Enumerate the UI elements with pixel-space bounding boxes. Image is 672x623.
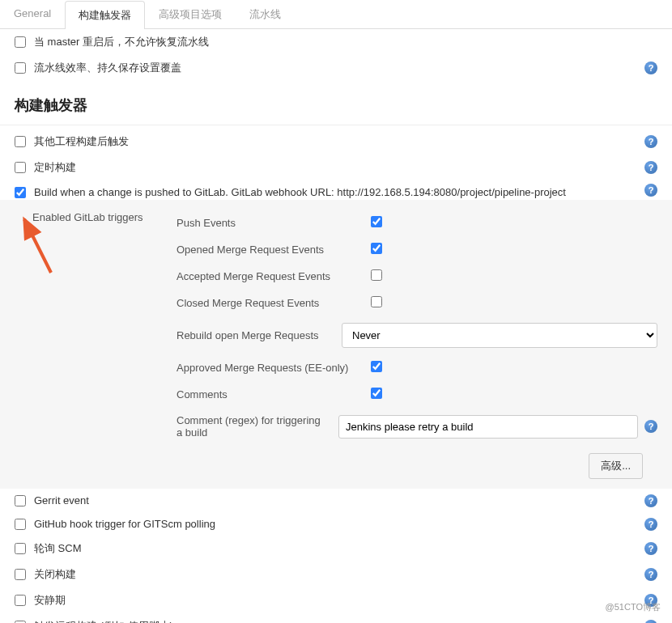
option-row: 轮询 SCM ? xyxy=(0,536,672,562)
help-icon[interactable]: ? xyxy=(644,61,657,74)
comments-checkbox[interactable] xyxy=(371,388,382,399)
github-hook-checkbox[interactable] xyxy=(15,519,26,530)
help-icon[interactable]: ? xyxy=(644,135,657,148)
tab-general[interactable]: General xyxy=(0,0,65,28)
gitlab-panel: Enabled GitLab triggers Push Events Open… xyxy=(0,200,672,489)
poll-scm-checkbox[interactable] xyxy=(15,543,26,554)
watermark: @51CTO博客 xyxy=(606,601,661,613)
svg-line-1 xyxy=(24,219,51,273)
gerrit-label: Gerrit event xyxy=(34,494,89,506)
help-icon[interactable]: ? xyxy=(644,542,657,555)
option-row: 安静期 ? xyxy=(0,587,672,613)
tab-advanced-options[interactable]: 高级项目选项 xyxy=(145,0,236,28)
gitlab-checkbox[interactable] xyxy=(15,187,26,198)
comment-regex-input[interactable] xyxy=(338,415,638,439)
gitlab-trigger-row: Build when a change is pushed to GitLab.… xyxy=(0,180,672,200)
durability-checkbox[interactable] xyxy=(15,62,26,74)
quiet-period-label: 安静期 xyxy=(34,593,66,608)
comments-label: Comments xyxy=(177,388,355,400)
push-events-checkbox[interactable] xyxy=(371,216,382,227)
trigger-grid: Push Events Opened Merge Request Events … xyxy=(177,210,657,445)
option-row: 流水线效率、持久保存设置覆盖 ? xyxy=(0,55,672,81)
opened-mr-label: Opened Merge Request Events xyxy=(177,244,355,256)
option-row: 其他工程构建后触发 ? xyxy=(0,129,672,155)
option-row: GitHub hook trigger for GITScm polling ? xyxy=(0,512,672,536)
opened-mr-checkbox[interactable] xyxy=(371,243,382,254)
upstream-checkbox[interactable] xyxy=(15,136,26,147)
gerrit-checkbox[interactable] xyxy=(15,495,26,506)
comment-regex-label: Comment (regex) for triggering a build xyxy=(177,414,322,439)
upstream-label: 其他工程构建后触发 xyxy=(34,134,129,149)
help-icon[interactable]: ? xyxy=(644,518,657,531)
push-events-label: Push Events xyxy=(177,217,355,229)
help-icon[interactable]: ? xyxy=(644,420,657,433)
tab-pipeline[interactable]: 流水线 xyxy=(236,0,295,28)
option-row: 关闭构建 ? xyxy=(0,562,672,587)
help-icon[interactable]: ? xyxy=(644,184,657,197)
poll-scm-label: 轮询 SCM xyxy=(34,541,82,556)
disable-build-checkbox[interactable] xyxy=(15,569,26,580)
option-row: Gerrit event ? xyxy=(0,489,672,512)
approved-mr-label: Approved Merge Requests (EE-only) xyxy=(177,362,355,374)
enabled-triggers-label: Enabled GitLab triggers xyxy=(32,211,143,223)
rebuild-mr-select[interactable]: Never xyxy=(342,323,657,348)
durability-label: 流水线效率、持久保存设置覆盖 xyxy=(34,61,181,75)
section-build-triggers-title: 构建触发器 xyxy=(0,81,672,121)
help-icon[interactable]: ? xyxy=(644,161,657,174)
disable-build-label: 关闭构建 xyxy=(34,567,76,582)
restart-checkbox[interactable] xyxy=(15,36,26,48)
closed-mr-checkbox[interactable] xyxy=(371,296,382,307)
help-icon[interactable]: ? xyxy=(644,620,657,623)
option-row: 当 master 重启后，不允许恢复流水线 xyxy=(0,29,672,55)
timer-checkbox[interactable] xyxy=(15,162,26,173)
tab-bar: General 构建触发器 高级项目选项 流水线 xyxy=(0,0,672,29)
option-row: 触发远程构建 (例如,使用脚本) ? xyxy=(0,613,672,623)
rebuild-mr-label: Rebuild open Merge Requests xyxy=(177,329,325,341)
quiet-period-checkbox[interactable] xyxy=(15,595,26,606)
closed-mr-label: Closed Merge Request Events xyxy=(177,297,355,309)
restart-label: 当 master 重启后，不允许恢复流水线 xyxy=(34,35,209,49)
remote-trigger-label: 触发远程构建 (例如,使用脚本) xyxy=(34,619,173,623)
gitlab-label: Build when a change is pushed to GitLab.… xyxy=(34,186,566,198)
accepted-mr-label: Accepted Merge Request Events xyxy=(177,270,355,282)
timer-label: 定时构建 xyxy=(34,160,76,175)
advanced-button[interactable]: 高级... xyxy=(589,453,643,479)
help-icon[interactable]: ? xyxy=(644,494,657,507)
approved-mr-checkbox[interactable] xyxy=(371,361,382,372)
github-hook-label: GitHub hook trigger for GITScm polling xyxy=(34,518,215,530)
divider xyxy=(0,125,672,125)
option-row: 定时构建 ? xyxy=(0,155,672,180)
accepted-mr-checkbox[interactable] xyxy=(371,269,382,281)
annotation-arrow xyxy=(23,216,63,281)
tab-build-triggers[interactable]: 构建触发器 xyxy=(65,1,145,29)
help-icon[interactable]: ? xyxy=(644,568,657,581)
